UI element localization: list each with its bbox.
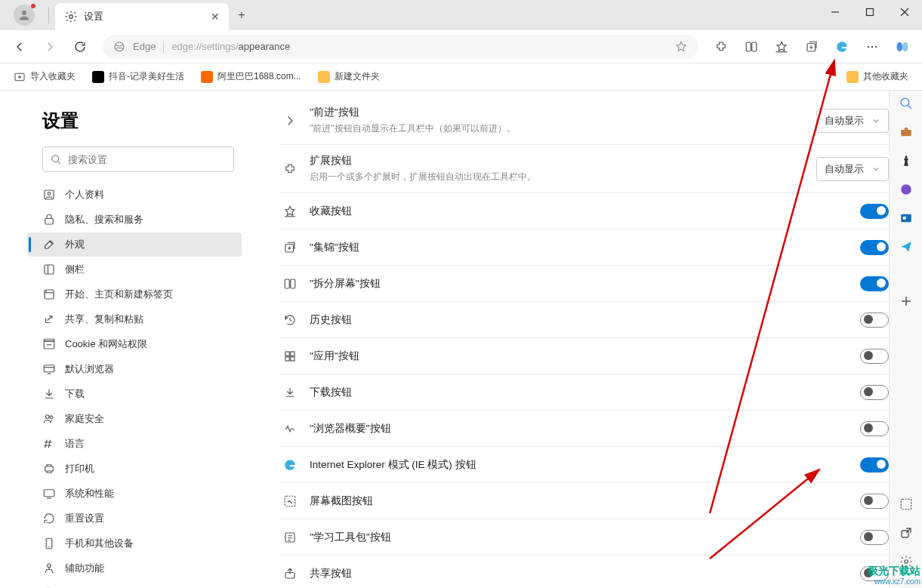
rsb-popout-icon[interactable] [898, 525, 914, 541]
browser-tab[interactable]: 设置 ✕ [55, 3, 229, 30]
sidebar-item-12[interactable]: 系统和性能 [27, 482, 242, 506]
toggle-download[interactable] [860, 385, 889, 400]
nav-icon [42, 387, 56, 401]
sidebar-item-16[interactable]: 关于 Microsoft Edge [27, 581, 242, 588]
other-bookmarks-button[interactable]: 其他收藏夹 [840, 67, 914, 86]
dropdown-puzzle[interactable]: 自动显示 [816, 157, 889, 181]
nav-icon [42, 562, 56, 575]
svg-rect-47 [285, 352, 289, 356]
profile-icon[interactable] [14, 5, 35, 26]
row-desc: "前进"按钮自动显示在工具栏中（如果可以前进）。 [310, 122, 804, 135]
ie-icon [282, 458, 298, 472]
extensions-icon[interactable] [708, 33, 735, 60]
sidebar-item-4[interactable]: 开始、主页和新建标签页 [27, 282, 242, 306]
svg-point-60 [902, 217, 906, 220]
svg-rect-36 [44, 490, 54, 497]
rsb-send-icon[interactable] [898, 239, 914, 255]
row-title: "前进"按钮 [310, 106, 804, 119]
svg-point-15 [875, 45, 877, 47]
svg-point-33 [46, 415, 50, 419]
row-title: 扩展按钮 [310, 154, 804, 168]
sidebar-item-13[interactable]: 重置设置 [27, 506, 242, 531]
collections-icon [282, 241, 298, 254]
toggle-collections[interactable] [860, 240, 889, 255]
chevron-down-icon [871, 165, 880, 174]
svg-point-6 [115, 42, 124, 51]
svg-rect-22 [45, 265, 54, 274]
rsb-office-icon[interactable] [898, 181, 914, 198]
setting-row-ie: Internet Explorer 模式 (IE 模式) 按钮 [279, 447, 892, 483]
toggle-learn[interactable] [860, 530, 889, 545]
sidebar-item-3[interactable]: 侧栏 [27, 257, 242, 282]
wave-icon [282, 422, 298, 436]
toggle-history[interactable] [860, 312, 889, 328]
sidebar-item-0[interactable]: 个人资料 [27, 183, 242, 207]
svg-rect-8 [752, 42, 757, 51]
toggle-ie[interactable] [860, 457, 889, 473]
learn-icon [282, 531, 298, 544]
sidebar-item-7[interactable]: 默认浏览器 [27, 357, 242, 381]
bookmark-item[interactable]: 阿里巴巴1688.com... [195, 67, 307, 86]
bookmark-item[interactable]: 抖音-记录美好生活 [86, 67, 190, 86]
bookmark-item[interactable]: 新建文件夹 [312, 67, 386, 86]
sidebar-item-2[interactable]: 外观 [27, 232, 242, 257]
chevron-down-icon [871, 116, 880, 125]
copilot-icon[interactable] [889, 33, 916, 60]
favorites-icon[interactable] [768, 33, 795, 60]
puzzle-icon [282, 162, 298, 176]
nav-icon [42, 288, 56, 301]
setting-row-learn: "学习工具包"按钮 [279, 519, 892, 556]
maximize-button[interactable] [853, 0, 887, 24]
setting-row-star: 收藏按钮 [279, 193, 892, 229]
nav-icon [42, 537, 56, 550]
rsb-add-button[interactable] [898, 293, 914, 309]
svg-line-18 [57, 161, 60, 164]
toggle-share[interactable] [860, 566, 889, 581]
sidebar-item-6[interactable]: Cookie 和网站权限 [27, 332, 242, 356]
nav-icon [42, 487, 56, 500]
dropdown-forward[interactable]: 自动显示 [816, 109, 889, 133]
setting-row-puzzle: 扩展按钮启用一个或多个扩展时，扩展按钮自动出现在工具栏中。自动显示 [279, 145, 892, 193]
svg-point-40 [48, 564, 51, 568]
setting-row-history: 历史按钮 [279, 302, 892, 338]
rsb-search-icon[interactable] [898, 95, 914, 112]
setting-row-forward: "前进"按钮"前进"按钮自动显示在工具栏中（如果可以前进）。自动显示 [279, 97, 892, 145]
sidebar-item-5[interactable]: 共享、复制和粘贴 [27, 307, 242, 331]
import-bookmarks-button[interactable]: 导入收藏夹 [8, 67, 82, 86]
sidebar-item-15[interactable]: 辅助功能 [27, 556, 242, 580]
search-settings-input[interactable] [42, 146, 234, 172]
svg-point-13 [868, 45, 869, 47]
row-title: Internet Explorer 模式 (IE 模式) 按钮 [310, 458, 848, 472]
close-tab-icon[interactable]: ✕ [211, 11, 220, 23]
rsb-chess-icon[interactable] [898, 152, 914, 169]
rsb-briefcase-icon[interactable] [898, 124, 914, 140]
minimize-button[interactable] [818, 0, 853, 24]
rsb-settings-icon[interactable] [898, 553, 914, 570]
sidebar-item-1[interactable]: 隐私、搜索和服务 [27, 208, 242, 232]
sidebar-item-9[interactable]: 家庭安全 [27, 407, 242, 431]
collections-icon[interactable] [798, 33, 825, 60]
ie-mode-icon[interactable] [828, 33, 856, 60]
toggle-star[interactable] [860, 204, 889, 219]
sidebar-item-8[interactable]: 下载 [27, 382, 242, 406]
sidebar-item-14[interactable]: 手机和其他设备 [27, 531, 242, 556]
split-screen-icon[interactable] [738, 33, 765, 60]
favorite-star-icon[interactable] [674, 40, 688, 54]
rsb-screenshot-icon[interactable] [898, 496, 914, 513]
toggle-apps[interactable] [860, 349, 889, 364]
sidebar-item-11[interactable]: 打印机 [27, 457, 242, 481]
svg-rect-56 [901, 130, 911, 136]
toggle-screenshot[interactable] [860, 494, 889, 509]
sidebar-item-10[interactable]: 语言 [27, 432, 242, 456]
new-tab-button[interactable]: + [229, 2, 254, 28]
apps-icon [282, 349, 298, 363]
toggle-split[interactable] [860, 276, 889, 291]
more-menu-icon[interactable] [859, 33, 886, 60]
rsb-outlook-icon[interactable] [898, 210, 914, 226]
row-title: "应用"按钮 [310, 349, 848, 363]
toggle-wave[interactable] [860, 421, 889, 436]
close-window-button[interactable] [887, 0, 922, 24]
back-button[interactable] [6, 33, 33, 60]
refresh-button[interactable] [66, 33, 94, 60]
address-bar[interactable]: Edge edge://settings/appearance [103, 35, 698, 59]
